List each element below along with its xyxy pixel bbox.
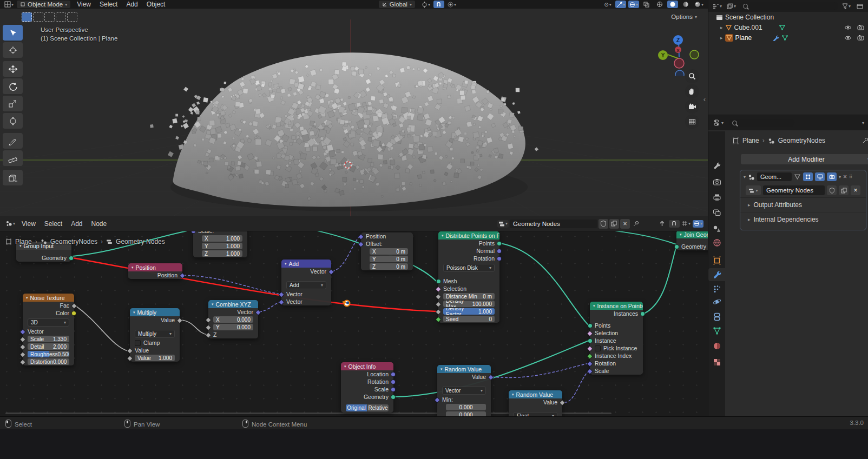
node-snap-magnet-button[interactable] [669, 220, 680, 228]
tab-tool[interactable] [708, 159, 725, 172]
collapse-icon[interactable]: ▾ [680, 232, 682, 237]
breadcrumb-object[interactable]: Plane [15, 238, 32, 245]
node-snap-options-button[interactable]: ▾ [681, 220, 692, 228]
value-field[interactable]: X0 m [370, 248, 408, 255]
socket[interactable] [588, 338, 593, 343]
select-mode-invert-button[interactable] [56, 12, 66, 22]
mode-selector[interactable]: Object Mode ▾ [17, 1, 70, 8]
navigation-gizmo[interactable]: Z X Y [656, 24, 705, 76]
collapse-icon[interactable]: ▾ [593, 304, 595, 308]
tab-object-constraints[interactable] [708, 310, 725, 323]
node-random-value-float[interactable]: ▾Random ValueValueFloat▾ [509, 390, 562, 416]
proportional-editing-button[interactable]: ▾ [446, 1, 457, 8]
value-field[interactable]: Scale1.330 [28, 336, 69, 342]
node-group-name-field[interactable]: Geometry Nodes [763, 185, 825, 195]
value-field[interactable]: Y1.000 [202, 243, 242, 249]
node-header[interactable]: ▾Multiply [130, 308, 180, 316]
socket[interactable] [497, 241, 502, 246]
checkbox[interactable] [595, 345, 601, 351]
collapse-icon[interactable]: ▾ [133, 310, 135, 315]
tab-physics[interactable] [708, 295, 725, 308]
breadcrumb-modifier[interactable]: GeometryNodes [50, 238, 97, 245]
tab-texture[interactable] [708, 356, 725, 369]
node-menu-view[interactable]: View [17, 220, 40, 228]
value-field[interactable]: Y0 m [370, 256, 408, 262]
pin-icon[interactable] [862, 137, 868, 144]
value-field[interactable]: X0.000 [213, 316, 253, 323]
breadcrumb-modifier[interactable]: GeometryNodes [778, 137, 825, 144]
new-collection-button[interactable] [854, 2, 865, 10]
scale-tool[interactable] [3, 96, 23, 111]
value-field[interactable]: Detail2.000 [28, 343, 69, 350]
node-header[interactable]: ▾Random Value [437, 365, 491, 373]
dropdown-vector[interactable]: Vector▾ [442, 387, 486, 395]
dropdown-add[interactable]: Add▾ [286, 281, 326, 289]
node-instance-on-points[interactable]: ▾Instance on PointsInstancesPointsSelect… [590, 302, 643, 375]
tab-world[interactable] [708, 236, 725, 249]
collapse-icon[interactable]: ▾ [212, 302, 214, 307]
zoom-button[interactable] [685, 69, 699, 83]
add-modifier-dropdown[interactable]: Add Modifier▾ [741, 154, 868, 164]
node-random-value-vector[interactable]: ▾Random ValueValueVector▾Min:0.0000.000 [437, 365, 491, 416]
tab-modifiers[interactable] [708, 268, 725, 281]
value-field[interactable]: Distance Min0 m [443, 293, 495, 300]
outliner-display-mode-button[interactable]: ▾ [712, 2, 723, 10]
node-menu-select[interactable]: Select [40, 220, 67, 228]
render-toggle-button[interactable] [827, 172, 837, 181]
node-header[interactable]: ▾Add [281, 260, 331, 268]
button-original[interactable]: Original [346, 404, 367, 411]
select-mode-extend-button[interactable] [33, 12, 43, 22]
value-field[interactable]: Value1.000 [135, 355, 175, 361]
socket[interactable] [69, 256, 74, 261]
copy-node-group-button[interactable] [609, 219, 619, 229]
node-header[interactable]: ▾Noise Texture [23, 294, 74, 302]
pivot-point-button[interactable]: ⊙▾ [602, 1, 613, 8]
breadcrumb-node-group[interactable]: Geometry Nodes [116, 238, 165, 245]
go-to-parent-tree-button[interactable] [657, 220, 668, 228]
sidebar-toggle[interactable]: ‹ [703, 95, 706, 103]
rotate-tool[interactable] [3, 78, 23, 94]
value-field[interactable]: Density Factor1.000 [443, 308, 495, 315]
node-multiply[interactable]: ▾MultiplyValueMultiply▾ClampValueValue1.… [130, 308, 180, 362]
annotate-tool[interactable] [3, 133, 23, 149]
gizmo-toggle-button[interactable]: ▾ [615, 1, 626, 8]
collapse-icon[interactable]: ▾ [744, 175, 746, 179]
socket[interactable] [497, 256, 502, 261]
node-group-name-field[interactable]: Geometry Nodes [510, 219, 597, 228]
socket[interactable] [391, 395, 396, 400]
value-field[interactable]: Z0 m [370, 263, 408, 270]
fake-user-button[interactable] [827, 185, 837, 195]
node-menu-node[interactable]: Node [87, 220, 111, 228]
xray-toggle-button[interactable] [641, 1, 652, 8]
tab-view-layer[interactable] [708, 206, 725, 219]
properties-search-input[interactable] [729, 119, 794, 127]
expand-arrow-icon[interactable]: ▸ [720, 25, 723, 30]
shading-material-button[interactable] [680, 1, 691, 8]
node-overlays-button[interactable]: ▾ [693, 220, 703, 228]
node-distribute-points-on-faces[interactable]: ▾Distribute Points on FacesPointsNormalR… [438, 231, 499, 323]
dropdown-float[interactable]: Float▾ [514, 412, 557, 417]
dropdown-poisson-disk[interactable]: Poisson Disk▾ [443, 264, 495, 272]
snap-target-button[interactable]: ▾ [420, 1, 431, 8]
node-header[interactable]: ▾Join Geom [676, 230, 708, 238]
unlink-node-group-button[interactable]: × [620, 219, 630, 229]
menu-add[interactable]: Add [122, 1, 142, 8]
properties-editor-type-button[interactable]: ▾ [713, 119, 725, 127]
tab-object-data[interactable] [708, 324, 725, 337]
outliner-search-input[interactable] [740, 2, 838, 10]
value-field[interactable]: Distortion0.000 [28, 358, 69, 365]
snap-toggle-button[interactable] [433, 1, 444, 8]
node-position[interactable]: ▾PositionPosition [128, 263, 182, 279]
disable-render-camera-icon[interactable] [857, 35, 864, 41]
collapse-icon[interactable]: ▾ [26, 296, 28, 300]
edit-mode-toggle-button[interactable] [803, 172, 813, 181]
select-mode-new-button[interactable] [22, 12, 32, 22]
node-menu-add[interactable]: Add [67, 220, 87, 228]
editor-type-button[interactable]: ▾ [3, 1, 15, 8]
measure-tool[interactable] [3, 150, 23, 166]
node-header[interactable]: ▾Object Info [341, 362, 393, 370]
node-header[interactable]: ▾Instance on Points [590, 302, 643, 310]
hide-eye-icon[interactable] [844, 25, 852, 30]
outliner-row-plane[interactable]: ▸ Plane [708, 32, 868, 43]
dropdown-3d[interactable]: 3D▾ [28, 318, 69, 327]
